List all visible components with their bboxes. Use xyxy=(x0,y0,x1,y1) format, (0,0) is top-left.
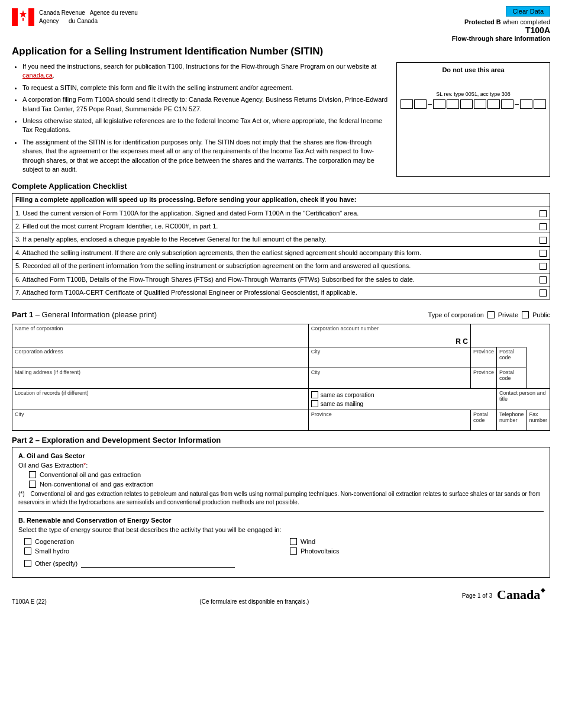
public-checkbox[interactable] xyxy=(522,311,529,318)
mailing-address-cell: Mailing address (if different) xyxy=(12,368,309,389)
svg-text:Canada: Canada xyxy=(497,587,540,602)
footer: T100A E (22) (Ce formulaire est disponib… xyxy=(12,584,550,605)
top-bar: Canada Revenue Agence du revenu Agency d… xyxy=(12,6,550,42)
location-records-cell: Location of records (if different) xyxy=(12,389,309,410)
checklist-checkbox-7[interactable] xyxy=(537,286,550,299)
province3-label: Province xyxy=(311,411,468,417)
top-right: Clear Data Protected B when completed T1… xyxy=(452,6,550,42)
same-as-cell: same as corporation same as mailing xyxy=(308,389,496,410)
footer-right: Page 1 of 3 Canada ◆ xyxy=(462,586,550,605)
checklist-checkbox-2[interactable] xyxy=(537,220,550,233)
form-subtitle: Flow-through share information xyxy=(452,35,550,42)
photovoltaics-checkbox[interactable] xyxy=(290,547,297,555)
photovoltaics-item: Photovoltaics xyxy=(290,547,544,555)
form-number: T100A xyxy=(452,25,550,35)
wind-label: Wind xyxy=(301,538,315,545)
public-label: Public xyxy=(532,311,550,318)
sitin-box-8[interactable] xyxy=(501,99,513,109)
telephone-cell: Telephone number xyxy=(496,410,527,431)
non-conventional-checkbox[interactable] xyxy=(29,481,36,488)
checklist-item-2: 2. Filled out the most current Program I… xyxy=(12,220,537,233)
checklist-checkbox-3[interactable] xyxy=(537,233,550,246)
corp-account-label: Corporation account number xyxy=(311,326,468,331)
wind-checkbox[interactable] xyxy=(290,538,297,545)
checklist-item-5: 5. Recorded all of the pertinent informa… xyxy=(12,260,537,273)
bullet-1: If you need the instructions, search for… xyxy=(22,62,389,80)
instructions-box: If you need the instructions, search for… xyxy=(12,62,550,177)
conventional-label: Conventional oil and gas extraction xyxy=(40,471,141,478)
checklist-item-1: 1. Used the current version of Form T100… xyxy=(12,207,537,220)
svg-text:◆: ◆ xyxy=(541,587,545,593)
checklist-checkbox-1[interactable] xyxy=(537,207,550,220)
same-as-mailing-checkbox[interactable] xyxy=(311,400,318,407)
checklist-item-3: 3. If a penalty applies, enclosed a cheq… xyxy=(12,233,537,246)
section-b-title: B. Renewable and Conservation of Energy … xyxy=(18,517,544,524)
name-of-corp-label: Name of corporation xyxy=(15,326,306,331)
sitin-box-3[interactable] xyxy=(433,99,445,109)
sitin-box-5[interactable] xyxy=(460,99,473,109)
other-specify-row: Other (specify) xyxy=(24,559,538,568)
section-a-title: A. Oil and Gas Sector xyxy=(18,452,544,459)
footer-page-info: Page 1 of 3 xyxy=(462,592,492,599)
type-of-corp-label: Type of corporation xyxy=(428,311,484,318)
sitin-boxes: – – xyxy=(400,99,546,109)
part1-table: Name of corporation Corporation account … xyxy=(12,324,550,431)
table-row: 4. Attached the selling instrument. If t… xyxy=(12,246,550,259)
checklist-checkbox-6[interactable] xyxy=(537,273,550,286)
same-as-corp-label: same as corporation xyxy=(321,392,374,398)
bullet-2: To request a SITIN, complete this form a… xyxy=(22,83,389,92)
postal-code3-cell: Postal code xyxy=(470,410,496,431)
small-hydro-checkbox[interactable] xyxy=(24,547,31,555)
protected-b-when: when completed xyxy=(503,18,550,25)
footer-french-note: (Ce formulaire est disponible en françai… xyxy=(199,598,309,605)
sitin-box-6[interactable] xyxy=(474,99,486,109)
postal-code2-label: Postal code xyxy=(499,369,524,381)
postal-code-label: Postal code xyxy=(499,349,524,360)
checklist-checkbox-4[interactable] xyxy=(537,246,550,259)
contact-person-label: Contact person and title xyxy=(499,390,547,402)
do-not-use-label: Do not use this area xyxy=(400,66,546,73)
oil-gas-intro: Oil and Gas Extraction xyxy=(18,462,83,469)
fax-label: Fax number xyxy=(529,411,547,423)
private-checkbox[interactable] xyxy=(487,311,495,318)
other-input-line[interactable] xyxy=(81,559,235,568)
sitin-box-1[interactable] xyxy=(400,99,413,109)
sitin-box-7[interactable] xyxy=(487,99,500,109)
cogeneration-checkbox[interactable] xyxy=(24,538,31,545)
page: Canada Revenue Agence du revenu Agency d… xyxy=(0,0,562,728)
province2-cell: Province xyxy=(470,368,496,389)
table-row: Mailing address (if different) City Prov… xyxy=(12,368,550,389)
province3-cell: Province xyxy=(308,410,470,431)
table-row: City Province Postal code Telephone numb… xyxy=(12,410,550,431)
sitin-box-9[interactable] xyxy=(520,99,532,109)
telephone-label: Telephone number xyxy=(499,411,524,423)
same-as-corp-checkbox[interactable] xyxy=(311,391,318,398)
checklist-checkbox-5[interactable] xyxy=(537,260,550,273)
location-records-label: Location of records (if different) xyxy=(15,390,306,396)
energy-grid: Cogeneration Wind Small hydro Photovolta… xyxy=(24,538,544,555)
sitin-box-4[interactable] xyxy=(447,99,459,109)
clear-data-button[interactable]: Clear Data xyxy=(506,6,550,17)
cogeneration-label: Cogeneration xyxy=(35,538,74,545)
table-row: 3. If a penalty applies, enclosed a cheq… xyxy=(12,233,550,246)
checklist-item-6: 6. Attached Form T100B, Details of the F… xyxy=(12,273,537,286)
table-row: Location of records (if different) same … xyxy=(12,389,550,410)
small-hydro-label: Small hydro xyxy=(35,547,69,555)
corp-address-label: Corporation address xyxy=(15,349,306,355)
mailing-address-label: Mailing address (if different) xyxy=(15,369,306,375)
sitin-box-2[interactable] xyxy=(414,99,427,109)
instructions-left: If you need the instructions, search for… xyxy=(12,62,389,177)
agency-sub-fr: du Canada xyxy=(69,18,98,24)
agency-sub-en: Agency xyxy=(39,18,59,24)
sitin-box-10[interactable] xyxy=(534,99,546,109)
province-cell: Province xyxy=(470,347,496,368)
province-label: Province xyxy=(473,349,494,355)
photovoltaics-label: Photovoltaics xyxy=(301,547,339,555)
table-row: 6. Attached Form T100B, Details of the F… xyxy=(12,273,550,286)
conventional-checkbox[interactable] xyxy=(29,471,36,478)
table-row: Corporation address City Province Postal… xyxy=(12,347,550,368)
other-checkbox[interactable] xyxy=(24,560,31,567)
checklist-title: Complete Application Checklist xyxy=(12,182,550,191)
table-row: Name of corporation Corporation account … xyxy=(12,324,550,347)
canada-link[interactable]: canada.ca xyxy=(22,72,53,79)
